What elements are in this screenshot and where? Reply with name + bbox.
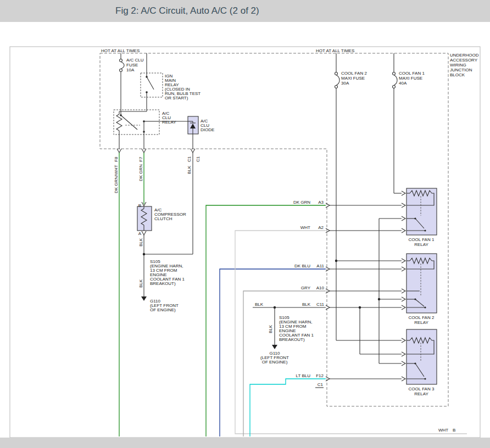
- hot-at-all-times-right: HOT AT ALL TIMES: [316, 48, 354, 53]
- wire-label-dk-blu: DK BLU: [294, 264, 310, 268]
- fuse-label-line: MAXI FUSE: [399, 76, 422, 81]
- wire-label-blk: BLK: [187, 165, 192, 174]
- relay-label-line: RELAY: [414, 320, 428, 325]
- relay-box: [407, 188, 437, 235]
- junction-block-label-line: UNDERHOOD: [450, 53, 479, 58]
- pin-label-b: B: [138, 203, 141, 208]
- fuse-label-line: MAXI FUSE: [341, 76, 365, 81]
- wire-label-blk: BLK: [255, 302, 264, 307]
- fuse-label-line: 40A: [399, 81, 407, 86]
- wire-label-blk: BLK: [302, 302, 311, 307]
- clutch-label-line: CLUTCH: [154, 216, 172, 221]
- pin-label-f7: F7: [138, 156, 143, 162]
- g110-label-line: OF ENGINE): [150, 307, 176, 312]
- screenshot-root: Fig 2: A/C Circuit, Auto A/C (2 of 2) HO…: [0, 0, 490, 448]
- pin-label-a3: A3: [318, 200, 324, 205]
- pin-label-a11: A11: [316, 264, 324, 268]
- wire-label-wht: WHT: [438, 428, 448, 433]
- wire-label-dk-grn-wht: DK GRN/WHT: [114, 165, 119, 193]
- wire-label-gry: GRY: [301, 285, 311, 290]
- wire-label-dk-grn: DK GRN: [293, 200, 310, 205]
- hot-at-all-times-left: HOT AT ALL TIMES: [101, 48, 140, 53]
- s105-label-line: BREAKOUT): [279, 337, 305, 342]
- cool-fan-3-relay: COOL FAN 3 RELAY: [407, 329, 437, 396]
- relay-label-line: COOL FAN 2: [409, 315, 435, 320]
- pin-label-f12: F12: [316, 373, 324, 378]
- wiring-diagram: HOT AT ALL TIMES HOT AT ALL TIMES UNDERH…: [0, 0, 490, 448]
- relay-label-line: COOL FAN 1: [409, 237, 435, 242]
- junction-block-label-line: WIRING: [450, 63, 466, 68]
- wht-bottom-labels: WHT B: [438, 428, 455, 433]
- bottom-gray-strip: [0, 438, 490, 448]
- pin-label-b: B: [453, 428, 455, 433]
- fuse-label-line: 10A: [126, 68, 135, 72]
- fuse-label-line: 30A: [341, 81, 349, 86]
- fuse-label-line: FUSE: [126, 63, 138, 68]
- diode-label-line: DIODE: [201, 127, 214, 132]
- junction-block-label-line: JUNCTION: [450, 68, 472, 72]
- ac-relay-label-line: RELAY: [162, 120, 176, 125]
- wire-label-blk: BLK: [138, 279, 143, 288]
- pin-label-c11: C11: [316, 302, 325, 307]
- junction-block-label-line: BLOCK: [450, 72, 465, 77]
- relay-label-line: COOL FAN 3: [409, 387, 435, 391]
- pin-label-c1: C1: [187, 156, 192, 162]
- pin-label-a10: A10: [316, 285, 325, 290]
- connector-label-c1: C1: [318, 382, 324, 387]
- wire-label-blk: BLK: [268, 324, 273, 333]
- wire-label-blk: BLK: [138, 238, 143, 247]
- relay-label-line: RELAY: [414, 391, 428, 396]
- wire-label-dk-grn: DK GRN: [138, 164, 143, 181]
- g110-label-line: OF ENGINE): [262, 360, 288, 365]
- relay-label-line: RELAY: [414, 242, 428, 247]
- fuse-label-line: A/C CLU: [126, 58, 144, 63]
- fuse-label-line: COOL FAN 2: [341, 71, 367, 76]
- junction-block-label-line: ACCESSORY: [450, 58, 478, 63]
- fuse-label-line: COOL FAN 1: [399, 71, 425, 76]
- wire-label-lt-blu: LT BLU: [296, 373, 311, 378]
- cool-fan-1-relay: COOL FAN 1 RELAY: [407, 188, 437, 247]
- wire-label-wht: WHT: [300, 225, 310, 230]
- pin-label-a2: A2: [318, 225, 324, 230]
- pin-label-a: A: [138, 231, 142, 236]
- pin-label-c1: C1: [196, 156, 201, 162]
- relay-box: [407, 329, 437, 384]
- pin-label-f8: F8: [114, 156, 119, 162]
- ign-relay-label-line: OR START): [165, 96, 188, 100]
- s105-label-line: BREAKOUT): [150, 281, 176, 286]
